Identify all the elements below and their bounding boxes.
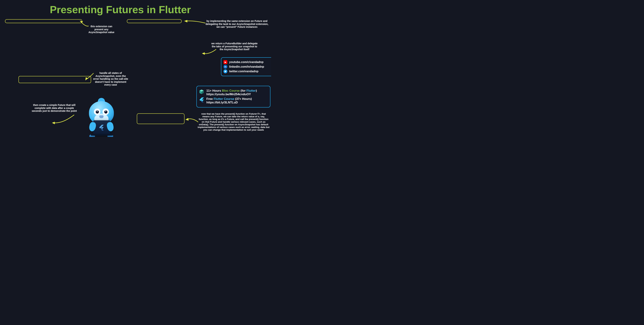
svg-marker-3 xyxy=(184,20,187,23)
social-youtube[interactable]: ▶ youtube.com/c/vandadnp xyxy=(224,60,271,64)
highlight-extension-right xyxy=(127,19,182,23)
course-bloc[interactable]: 11+ Hours Bloc Course (for Flutter) http… xyxy=(199,89,268,96)
svg-marker-1 xyxy=(86,77,88,81)
annotation-handle-states: handle all states of AsyncSnapshot, even… xyxy=(92,72,129,86)
flutter-mid: Flutter Course xyxy=(214,97,234,101)
linkedin-label: linkedin.com/in/vandadnp xyxy=(229,65,264,68)
bloc-pre: 11+ Hours xyxy=(206,89,222,92)
svg-marker-2 xyxy=(52,122,55,124)
annotation-present-on-any-future: now that we have the present() function … xyxy=(198,113,270,131)
twitter-icon xyxy=(224,69,227,73)
bloc-mid: Bloc Course xyxy=(222,89,240,92)
bloc-for: (for xyxy=(240,89,246,92)
annotation-return-futurebuilder: we return a FutureBuilder and delegate t… xyxy=(210,42,259,51)
arrow-left-3 xyxy=(52,114,75,125)
twitter-label: twitter.com/vandadnp xyxy=(229,70,258,73)
highlight-getname-present xyxy=(137,113,184,124)
arrow-right-1 xyxy=(184,20,207,27)
dash-mascot xyxy=(78,98,124,137)
flutter-link: https://bit.ly/3LNTLuD xyxy=(206,101,238,104)
annotation-extension-right: by implementing the same extension on Fu… xyxy=(204,20,269,29)
svg-marker-5 xyxy=(185,118,188,121)
bloc-flutter: Flutter xyxy=(246,89,256,92)
social-twitter[interactable]: twitter.com/vandadnp xyxy=(224,69,271,73)
social-links-box: ▶ youtube.com/c/vandadnp in linkedin.com… xyxy=(221,57,271,76)
flutter-pre: Free xyxy=(206,97,214,101)
youtube-icon: ▶ xyxy=(224,60,227,64)
flutter-icon xyxy=(199,97,204,103)
svg-marker-4 xyxy=(202,52,205,55)
highlight-onerror-return xyxy=(18,76,91,83)
course-flutter[interactable]: Free Flutter Course (37+ Hours) https://… xyxy=(199,97,268,104)
courses-box: 11+ Hours Bloc Course (for Flutter) http… xyxy=(196,86,270,108)
bloc-close: ) xyxy=(256,89,257,92)
annotation-create-future: then create a simple Future that will co… xyxy=(31,104,78,113)
youtube-label: youtube.com/c/vandadnp xyxy=(229,61,264,64)
social-linkedin[interactable]: in linkedin.com/in/vandadnp xyxy=(224,65,271,69)
page-title: Presenting Futures in Flutter xyxy=(44,3,196,16)
annotation-extension-left: this extension can present any AsyncSnap… xyxy=(87,25,116,34)
flutter-hours: (37+ Hours) xyxy=(234,97,252,101)
linkedin-icon: in xyxy=(224,65,227,69)
bloc-link: https://youtu.be/Mn254cnduOY xyxy=(206,93,251,96)
highlight-extension-left xyxy=(5,19,82,23)
flutter-logo-on-laptop xyxy=(99,124,104,131)
cube-icon xyxy=(199,89,204,94)
svg-marker-0 xyxy=(80,21,83,23)
